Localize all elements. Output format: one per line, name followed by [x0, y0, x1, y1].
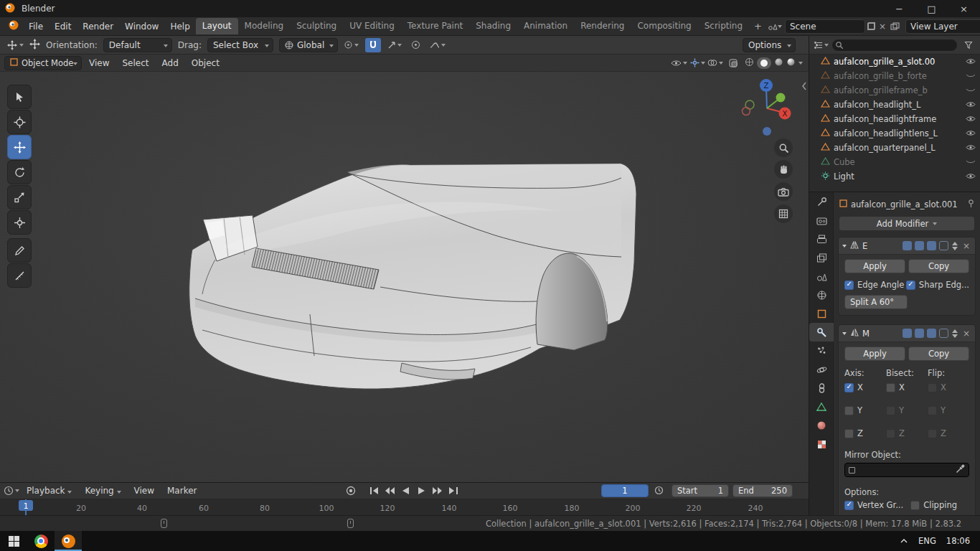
- tab-physics[interactable]: [809, 360, 834, 379]
- eye-open-icon[interactable]: [966, 100, 976, 110]
- overlays-dropdown[interactable]: [707, 56, 723, 70]
- remove-modifier-icon[interactable]: ×: [961, 329, 971, 339]
- pan-view-button[interactable]: [774, 160, 793, 179]
- tab-particles[interactable]: [809, 342, 834, 360]
- viewport-menu-object[interactable]: Object: [186, 56, 225, 70]
- frame-start-field[interactable]: Start 1: [672, 484, 729, 497]
- move-down-icon[interactable]: [952, 247, 958, 250]
- eye-open-icon[interactable]: [966, 114, 976, 124]
- current-frame-field[interactable]: 1: [601, 484, 649, 497]
- display-editmode-toggle[interactable]: [903, 329, 912, 338]
- camera-view-button[interactable]: [774, 182, 793, 201]
- axis-y-checkbox[interactable]: [844, 406, 854, 415]
- axis-z-checkbox[interactable]: [844, 429, 854, 438]
- tab-scene[interactable]: [809, 267, 834, 286]
- shading-material-toggle[interactable]: [774, 57, 783, 69]
- workspace-tab-rendering[interactable]: Rendering: [574, 18, 631, 34]
- maximize-button[interactable]: □: [915, 0, 948, 17]
- pivot-point-dropdown[interactable]: [344, 38, 359, 52]
- modifier-name[interactable]: E: [862, 241, 867, 251]
- workspace-tab-layout[interactable]: Layout: [196, 18, 238, 34]
- tab-output[interactable]: [809, 230, 834, 248]
- language-indicator[interactable]: ENG: [918, 536, 936, 546]
- eye-open-icon[interactable]: [966, 57, 976, 67]
- menu-help[interactable]: Help: [164, 19, 195, 34]
- outliner-item[interactable]: Light: [809, 169, 980, 184]
- display-render-toggle[interactable]: [927, 241, 936, 250]
- timeline-playhead[interactable]: 1: [19, 500, 33, 511]
- zoom-view-button[interactable]: [774, 138, 793, 157]
- tray-expand-icon[interactable]: [900, 536, 908, 546]
- outliner-item[interactable]: aufalcon_quarterpanel_L: [809, 141, 980, 155]
- timeline-menu-playback[interactable]: Playback: [21, 484, 77, 498]
- frame-end-field[interactable]: End 250: [732, 484, 793, 497]
- flip-y-checkbox[interactable]: [928, 406, 937, 415]
- next-keyframe-button[interactable]: [431, 484, 443, 496]
- start-button[interactable]: [0, 531, 27, 551]
- apply-button[interactable]: Apply: [844, 259, 905, 273]
- modifier-edgesplit-header[interactable]: E ×: [839, 237, 975, 255]
- menu-edit[interactable]: Edit: [49, 19, 77, 34]
- eye-open-icon[interactable]: [966, 171, 976, 182]
- bisect-x-checkbox[interactable]: [886, 383, 895, 392]
- new-scene-icon[interactable]: [867, 22, 875, 30]
- auto-keying-button[interactable]: [344, 484, 357, 496]
- apply-button[interactable]: Apply: [844, 347, 905, 361]
- viewport-menu-select[interactable]: Select: [116, 56, 154, 70]
- eye-open-icon[interactable]: [966, 128, 976, 138]
- workspace-tab-animation[interactable]: Animation: [517, 18, 574, 34]
- filter-icon[interactable]: [961, 38, 976, 52]
- navigation-gizmo[interactable]: Z X: [740, 75, 797, 141]
- orientation-dropdown[interactable]: Default: [103, 38, 172, 52]
- modifier-mirror-header[interactable]: M ×: [839, 325, 975, 342]
- outliner-item[interactable]: aufalcon_grille_a_slot.00: [809, 55, 980, 69]
- axis-x-checkbox[interactable]: [844, 383, 854, 392]
- bisect-y-checkbox[interactable]: [886, 406, 895, 415]
- tab-modifiers[interactable]: [809, 323, 834, 342]
- workspace-tab-uv-editing[interactable]: UV Editing: [343, 18, 401, 34]
- edge-angle-checkbox[interactable]: [844, 281, 854, 290]
- chrome-taskbar-button[interactable]: [27, 531, 55, 551]
- eye-closed-icon[interactable]: [966, 71, 976, 81]
- snap-target-dropdown[interactable]: [387, 38, 402, 52]
- eye-closed-icon[interactable]: [966, 85, 976, 95]
- gizmos-dropdown[interactable]: [689, 56, 705, 70]
- select-box-tool[interactable]: [7, 85, 32, 109]
- display-cage-toggle[interactable]: [939, 329, 948, 338]
- view-layer-icon[interactable]: [887, 19, 903, 34]
- timeline-menu-marker[interactable]: Marker: [161, 484, 202, 498]
- vertex-groups-checkbox[interactable]: [844, 501, 854, 510]
- pin-icon[interactable]: [968, 199, 974, 210]
- shading-dropdown[interactable]: [798, 62, 803, 65]
- workspace-tab-modeling[interactable]: Modeling: [238, 18, 291, 34]
- clipping-checkbox[interactable]: [910, 501, 920, 510]
- outliner-item[interactable]: aufalcon_headlight_L: [809, 98, 980, 112]
- annotate-tool[interactable]: [7, 238, 32, 263]
- measure-tool[interactable]: [7, 263, 32, 288]
- split-angle-slider[interactable]: Split A 60°: [844, 295, 908, 309]
- outliner-item[interactable]: aufalcon_grille_b_forte: [809, 69, 980, 83]
- mode-dropdown[interactable]: Object Mode: [4, 56, 82, 70]
- blender-taskbar-button[interactable]: [55, 531, 82, 551]
- timeline-menu-view[interactable]: View: [128, 484, 160, 498]
- move-down-icon[interactable]: [952, 334, 958, 338]
- timeline-editor-icon[interactable]: [4, 484, 19, 498]
- scene-name-field[interactable]: Scene: [785, 19, 865, 34]
- previous-keyframe-button[interactable]: [384, 484, 396, 496]
- flip-z-checkbox[interactable]: [928, 429, 937, 438]
- workspace-tab-sculpting[interactable]: Sculpting: [290, 18, 343, 34]
- timeline-ruler[interactable]: 20 40 60 80 100 120 140 160 180 200 220 …: [0, 499, 809, 515]
- viewport-menu-view[interactable]: View: [83, 56, 115, 70]
- eye-open-icon[interactable]: [966, 143, 976, 153]
- view-layer-field[interactable]: View Layer: [905, 19, 980, 34]
- display-render-toggle[interactable]: [927, 329, 936, 338]
- display-editmode-toggle[interactable]: [903, 241, 912, 250]
- outliner-editor-icon[interactable]: [813, 38, 829, 52]
- menu-render[interactable]: Render: [77, 19, 119, 34]
- tab-constraints[interactable]: [809, 379, 834, 397]
- rotate-tool[interactable]: [7, 160, 32, 184]
- options-dropdown[interactable]: Options: [743, 38, 796, 52]
- cursor-tool[interactable]: [7, 110, 32, 134]
- car-model[interactable]: [0, 55, 809, 482]
- tab-world[interactable]: [809, 286, 834, 304]
